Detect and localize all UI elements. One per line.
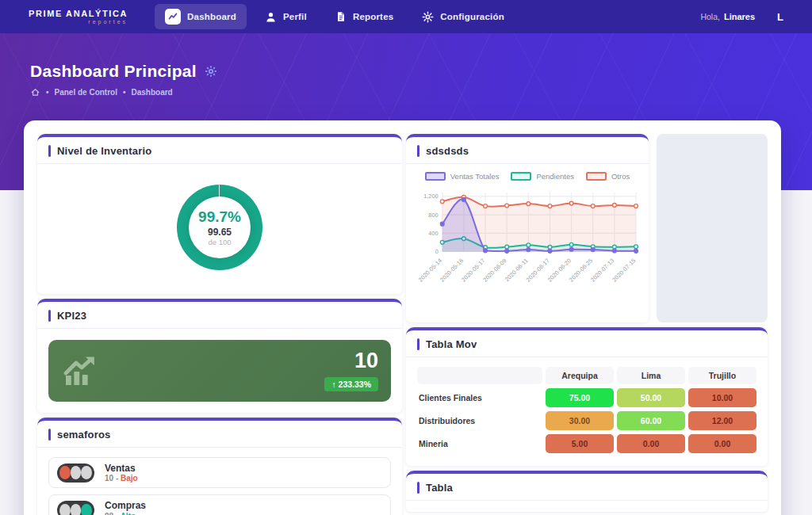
kpi-panel: 10 ↑ 233.33% xyxy=(48,340,391,402)
table-value-cell: 0.00 xyxy=(617,434,685,453)
page-title: Dashboard Principal xyxy=(30,62,197,81)
table-corner-header xyxy=(417,367,542,384)
top-navbar: PRIME ANALÝTICA reportes DashboardPerfil… xyxy=(0,0,812,33)
legend-item[interactable]: Ventas Totales xyxy=(425,172,500,181)
legend-swatch xyxy=(425,172,446,181)
widget-kpi23: KPI23 10 ↑ 233.33% xyxy=(37,299,402,413)
semaforo-name: Compras xyxy=(105,500,146,511)
semaforo-status: 98 - Alto xyxy=(105,512,146,515)
traffic-light-green-dot xyxy=(81,504,92,515)
traffic-light-off-dot xyxy=(71,504,82,515)
nav-item-label: Reportes xyxy=(353,12,393,21)
empty-gray-panel xyxy=(657,134,768,322)
breadcrumb-separator: • xyxy=(46,88,49,97)
page-settings-gear-icon[interactable] xyxy=(205,65,217,78)
donut-center: 99.7% 99.65 de 100 xyxy=(189,196,251,258)
title-accent-bar xyxy=(417,482,419,494)
nav-item-reportes[interactable]: Reportes xyxy=(325,6,404,27)
table-value-cell: 0.00 xyxy=(688,434,756,453)
title-accent-bar xyxy=(417,338,419,350)
brand-subtitle: reportes xyxy=(29,19,128,25)
widget-title: semaforos xyxy=(57,429,111,441)
svg-text:0: 0 xyxy=(435,248,439,255)
main-nav: DashboardPerfilReportesConfiguración xyxy=(155,4,515,29)
traffic-light-toggle[interactable] xyxy=(57,501,94,515)
title-accent-bar xyxy=(48,145,51,157)
nav-item-label: Dashboard xyxy=(187,12,236,21)
table-column-header: Arequipa xyxy=(546,367,614,384)
breadcrumb-separator: • xyxy=(123,88,126,97)
traffic-light-red-dot xyxy=(59,466,71,479)
user-avatar[interactable]: L xyxy=(777,11,783,23)
report-icon xyxy=(335,11,347,22)
table-row-label: Mineria xyxy=(417,434,542,453)
table-value-cell: 30.00 xyxy=(546,411,614,430)
nav-item-label: Configuración xyxy=(440,12,504,21)
table-value-cell: 50.00 xyxy=(617,388,685,407)
semaforo-value: 10 xyxy=(105,474,113,483)
title-accent-bar xyxy=(417,145,419,157)
username: Linares xyxy=(724,12,755,21)
donut-percent: 99.7% xyxy=(198,208,241,226)
widget-title: sdsdsds xyxy=(426,145,469,157)
table-value-cell: 5.00 xyxy=(546,434,614,453)
nav-item-configuraci-n[interactable]: Configuración xyxy=(412,6,515,28)
gear-icon xyxy=(422,11,434,23)
widget-tabla: Tabla xyxy=(406,471,768,512)
donut-value: 99.65 xyxy=(208,227,232,238)
traffic-light-off-dot xyxy=(81,466,92,479)
nav-item-dashboard[interactable]: Dashboard xyxy=(155,4,247,29)
widget-title: Nivel de Inventario xyxy=(57,145,151,157)
home-icon[interactable] xyxy=(30,87,40,97)
widget-title: KPI23 xyxy=(57,310,86,322)
kpi-delta-badge: ↑ 233.33% xyxy=(324,377,378,391)
semaforo-row-ventas: Ventas10 - Bajo xyxy=(48,457,391,488)
semaforo-status-label: Alto xyxy=(121,512,136,515)
kpi-delta: 233.33% xyxy=(339,380,371,389)
greeting-text: Hola, xyxy=(700,12,720,21)
nav-item-perfil[interactable]: Perfil xyxy=(255,6,317,28)
title-accent-bar xyxy=(48,429,51,441)
widget-semaforos: semaforos Ventas10 - BajoCompras98 - Alt… xyxy=(37,418,402,515)
arrow-up-icon: ↑ xyxy=(331,380,335,389)
svg-text:400: 400 xyxy=(428,230,438,237)
legend-swatch xyxy=(586,172,607,181)
semaforo-status-label: Bajo xyxy=(121,474,138,483)
table-value-cell: 60.00 xyxy=(617,411,685,430)
table-value-cell: 75.00 xyxy=(546,388,614,407)
semaforo-name: Ventas xyxy=(105,463,138,474)
traffic-light-toggle[interactable] xyxy=(57,464,94,483)
breadcrumb-item[interactable]: Panel de Control xyxy=(55,88,117,97)
widget-title: Tabla Mov xyxy=(426,338,477,350)
legend-item[interactable]: Otros xyxy=(586,172,630,181)
legend-item[interactable]: Pendientes xyxy=(511,172,574,181)
trending-up-chart-icon xyxy=(61,353,99,388)
right-column: sdsdsds Ventas TotalesPendientesOtros 04… xyxy=(406,134,768,515)
legend-label: Otros xyxy=(611,172,630,181)
widget-tabla-mov: Tabla Mov ArequipaLimaTrujilloClientes F… xyxy=(406,327,768,466)
svg-text:2020-07-15: 2020-07-15 xyxy=(611,257,637,283)
table-row-label: Clientes Finales xyxy=(417,388,542,407)
traffic-light-off-dot xyxy=(59,504,71,515)
table-value-cell: 10.00 xyxy=(688,388,756,407)
semaforo-value: 98 xyxy=(105,512,113,515)
title-accent-bar xyxy=(48,310,51,322)
semaforo-status: 10 - Bajo xyxy=(105,474,138,483)
donut-caption: de 100 xyxy=(208,238,231,246)
widget-line-chart: sdsdsds Ventas TotalesPendientesOtros 04… xyxy=(406,134,649,322)
traffic-light-off-dot xyxy=(71,466,82,479)
table-column-header: Lima xyxy=(617,367,685,384)
navbar-right: Hola, Linares L xyxy=(700,11,783,23)
breadcrumb-item[interactable]: Dashboard xyxy=(131,88,172,97)
person-icon xyxy=(265,11,277,23)
brand-logo[interactable]: PRIME ANALÝTICA reportes xyxy=(29,9,128,25)
legend-label: Ventas Totales xyxy=(450,172,500,181)
breadcrumb: •Panel de Control•Dashboard xyxy=(30,87,812,97)
dashboard-icon xyxy=(165,9,181,25)
main-content-card: Nivel de Inventario 99.7% 99.65 de 100 K… xyxy=(24,120,781,515)
table-value-cell: 12.00 xyxy=(688,411,756,430)
widget-nivel-inventario: Nivel de Inventario 99.7% 99.65 de 100 xyxy=(37,134,402,294)
chart-legend: Ventas TotalesPendientesOtros xyxy=(406,164,649,182)
inventory-donut-gauge: 99.7% 99.65 de 100 xyxy=(177,185,262,270)
table-column-header: Trujillo xyxy=(688,367,756,384)
